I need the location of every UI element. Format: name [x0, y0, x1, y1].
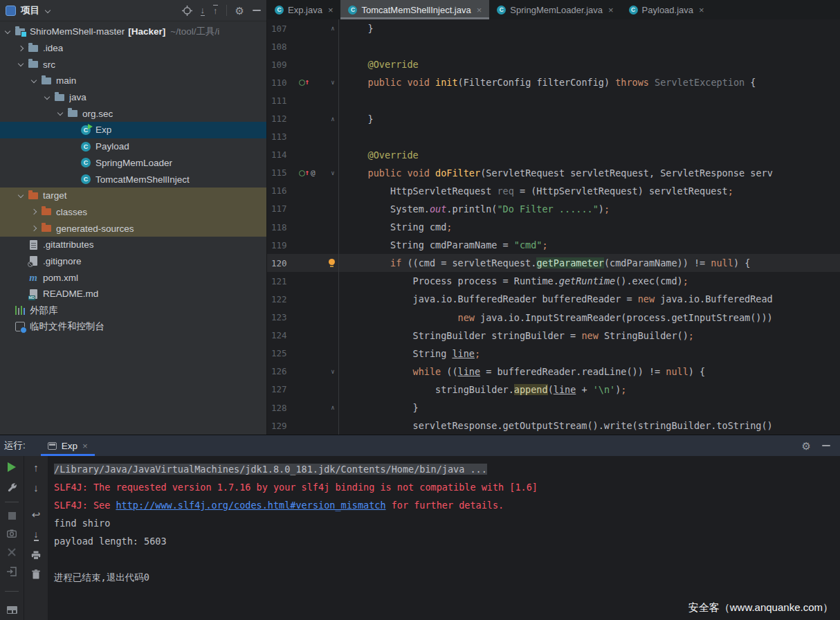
code-token: .println(	[446, 203, 497, 215]
down-arrow-icon[interactable]: ↓	[33, 482, 39, 493]
chevron-expanded-icon[interactable]	[16, 190, 27, 201]
fold-marker-icon[interactable]: ∧	[327, 109, 339, 127]
settings-gear-icon[interactable]: ⚙	[802, 441, 811, 451]
code-token: throws	[615, 77, 649, 88]
tree-item-shiromemshell-master[interactable]: ShiroMemShell-master[Hacker]~/tool/工具/i	[0, 24, 266, 40]
project-tree[interactable]: ShiroMemShell-master[Hacker]~/tool/工具/i.…	[0, 21, 266, 435]
fold-column	[327, 272, 339, 290]
collapse-all-icon[interactable]: ↑	[213, 5, 218, 16]
code-token	[345, 149, 368, 161]
tree-item-外部库[interactable]: 外部库	[0, 302, 266, 319]
tree-item-idea[interactable]: .idea	[0, 40, 266, 57]
clear-trash-icon[interactable]	[32, 569, 40, 579]
run-console-output[interactable]: /Library/Java/JavaVirtualMachines/jdk1.8…	[48, 456, 840, 620]
chevron-expanded-icon[interactable]	[55, 108, 66, 119]
layout-icon[interactable]	[7, 606, 17, 614]
code-token: getParameter	[536, 257, 604, 268]
chevron-collapsed-icon[interactable]	[29, 223, 40, 234]
close-icon[interactable]: ×	[699, 5, 704, 15]
tree-item-exp[interactable]: CExp	[0, 122, 266, 138]
soft-wrap-icon[interactable]: ↩	[32, 509, 41, 520]
tree-item-label: src	[43, 60, 55, 70]
stop-icon[interactable]	[8, 512, 16, 520]
chevron-down-icon[interactable]	[44, 7, 51, 14]
tree-item-main[interactable]: main	[0, 73, 266, 89]
expand-all-icon[interactable]: ↓	[201, 5, 206, 16]
tree-item-classes[interactable]: classes	[0, 204, 266, 221]
close-icon[interactable]: ×	[328, 5, 334, 15]
tree-item-generated-sources[interactable]: generated-sources	[0, 220, 266, 237]
tree-item-payload[interactable]: CPayload	[0, 138, 266, 155]
fold-marker-icon[interactable]: ∨	[327, 363, 339, 381]
tree-item-pom-xml[interactable]: mpom.xml	[0, 269, 266, 286]
folder-icon	[40, 75, 53, 86]
scroll-to-end-icon[interactable]: ↓	[34, 529, 39, 541]
exit-icon[interactable]	[7, 567, 17, 576]
print-icon[interactable]	[31, 551, 41, 560]
run-tab-exp[interactable]: Exp ×	[41, 435, 95, 456]
tab-tomcatmemshellinject-java[interactable]: CTomcatMemShellInject.java×	[340, 0, 489, 19]
code-token	[345, 312, 458, 323]
locate-icon[interactable]	[182, 6, 192, 16]
console-text: 进程已结束,退出代码0	[54, 572, 149, 583]
camera-icon[interactable]	[7, 529, 17, 538]
gutter-icons	[297, 290, 327, 308]
line-number: 127	[267, 384, 297, 394]
hide-panel-icon[interactable]	[822, 445, 830, 446]
tree-item-label: Payload	[95, 141, 129, 152]
console-link[interactable]: http://www.slf4j.org/codes.html#version_…	[116, 500, 385, 511]
line-number: 124	[267, 330, 297, 340]
chevron-collapsed-icon[interactable]	[16, 43, 27, 54]
settings-gear-icon[interactable]: ⚙	[235, 6, 244, 16]
overrides-method-icon[interactable]	[298, 168, 309, 178]
divider	[226, 5, 227, 16]
code-token	[649, 77, 655, 88]
console-line: find shiro	[54, 514, 840, 532]
line-number: 128	[267, 403, 297, 413]
overrides-method-icon[interactable]	[298, 78, 309, 87]
class-circle: C	[81, 174, 91, 184]
tree-item-target[interactable]: target	[0, 188, 266, 204]
rerun-icon[interactable]	[8, 462, 16, 472]
tree-item-gitignore[interactable]: .gitignore	[0, 253, 266, 270]
tree-item-springmemloader[interactable]: CSpringMemLoader	[0, 155, 266, 172]
tree-item-src[interactable]: src	[0, 56, 266, 73]
tree-item-tomcatmemshellinject[interactable]: CTomcatMemShellInject	[0, 171, 266, 188]
settings-wrench-icon[interactable]	[7, 482, 17, 492]
up-arrow-icon[interactable]: ↑	[33, 462, 39, 473]
fold-marker-icon[interactable]: ∨	[327, 164, 339, 182]
hide-panel-icon[interactable]	[253, 10, 261, 11]
line-number: 118	[267, 222, 297, 232]
code-token: getRuntime	[559, 275, 615, 286]
tab-payload-java[interactable]: CPayload.java×	[621, 0, 712, 19]
chevron-expanded-icon[interactable]	[3, 26, 14, 37]
tree-item-org-sec[interactable]: org.sec	[0, 105, 266, 122]
chevron-expanded-icon[interactable]	[16, 59, 27, 70]
gutter-icons	[297, 146, 327, 164]
tree-item-临时文件和控制台[interactable]: 临时文件和控制台	[0, 318, 266, 335]
fold-marker-icon[interactable]: ∧	[327, 399, 339, 417]
tree-item-gitattributes[interactable]: .gitattributes	[0, 237, 266, 253]
tree-item-java[interactable]: java	[0, 89, 266, 106]
build-icon[interactable]	[7, 547, 17, 557]
tab-springmemloader-java[interactable]: CSpringMemLoader.java×	[489, 0, 621, 19]
chevron-expanded-icon[interactable]	[29, 75, 40, 86]
code-token	[345, 257, 390, 268]
close-icon[interactable]: ×	[608, 5, 614, 15]
code-line-109: 109 @Override	[267, 55, 840, 73]
scratch-shape	[15, 322, 25, 331]
console-toolbar: ↑ ↓ ↩ ↓	[24, 456, 48, 620]
fold-marker-icon[interactable]: ∧	[327, 19, 339, 37]
fold-column	[327, 345, 339, 363]
close-icon[interactable]: ×	[82, 441, 88, 451]
line-number: 110	[267, 78, 297, 88]
tab-exp-java[interactable]: CExp.java×	[267, 0, 340, 19]
tree-item-readme-md[interactable]: MDREADME.md	[0, 286, 266, 302]
code-area[interactable]: 107∧ }108109 @Override110∨ public void i…	[267, 19, 840, 435]
chevron-collapsed-icon[interactable]	[29, 206, 40, 217]
chevron-expanded-icon[interactable]	[42, 92, 53, 103]
fold-marker-icon[interactable]: ∨	[327, 73, 339, 91]
close-icon[interactable]: ×	[477, 5, 482, 15]
ide-window: 项目 ↓ ↑ ⚙ ShiroMemShell-master[Hacker]~/t…	[0, 0, 840, 620]
code-token: void	[407, 167, 430, 179]
